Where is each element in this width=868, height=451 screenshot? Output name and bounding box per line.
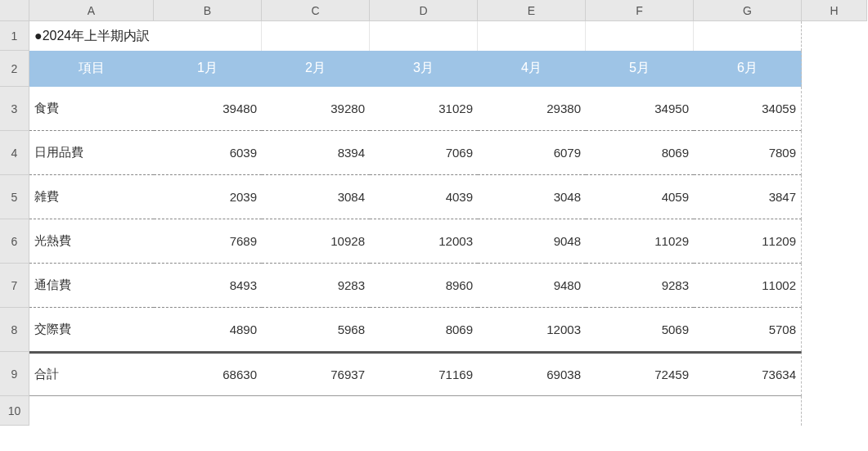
row-header-4[interactable]: 4 — [0, 131, 29, 175]
cell-value[interactable]: 8960 — [370, 264, 478, 308]
cell-value[interactable]: 5708 — [694, 308, 802, 352]
cell-value[interactable]: 12003 — [478, 308, 586, 352]
cell-E1[interactable] — [478, 21, 586, 51]
cell-value[interactable]: 6079 — [478, 131, 586, 175]
row-header-2[interactable]: 2 — [0, 51, 29, 87]
cell-C1[interactable] — [262, 21, 370, 51]
row-label[interactable]: 光熱費 — [29, 219, 154, 264]
cell-value[interactable]: 9283 — [262, 264, 370, 308]
cell-value[interactable]: 5968 — [262, 308, 370, 352]
cell-H3[interactable] — [802, 87, 867, 131]
table-header-jan[interactable]: 1月 — [154, 51, 262, 87]
cell-D10[interactable] — [370, 396, 478, 426]
row-header-1[interactable]: 1 — [0, 21, 29, 51]
cell-value[interactable]: 8493 — [154, 264, 262, 308]
col-header-E[interactable]: E — [478, 0, 586, 21]
cell-H9[interactable] — [802, 352, 867, 396]
cell-value[interactable]: 29380 — [478, 87, 586, 131]
row-header-5[interactable]: 5 — [0, 175, 29, 219]
cell-value[interactable]: 7689 — [154, 219, 262, 264]
table-header-jun[interactable]: 6月 — [694, 51, 802, 87]
col-header-A[interactable]: A — [29, 0, 154, 21]
cell-H4[interactable] — [802, 131, 867, 175]
cell-H10[interactable] — [802, 396, 867, 426]
cell-value[interactable]: 8394 — [262, 131, 370, 175]
total-value[interactable]: 68630 — [154, 352, 262, 396]
total-value[interactable]: 69038 — [478, 352, 586, 396]
col-header-G[interactable]: G — [694, 0, 802, 21]
cell-value[interactable]: 39280 — [262, 87, 370, 131]
cell-D1[interactable] — [370, 21, 478, 51]
row-label[interactable]: 食費 — [29, 87, 154, 131]
corner-cell[interactable] — [0, 0, 29, 21]
total-value[interactable]: 76937 — [262, 352, 370, 396]
cell-A10[interactable] — [29, 396, 154, 426]
table-header-feb[interactable]: 2月 — [262, 51, 370, 87]
row-label[interactable]: 交際費 — [29, 308, 154, 352]
cell-value[interactable]: 9283 — [586, 264, 694, 308]
title-cell[interactable]: ●2024年上半期内訳 — [29, 21, 262, 51]
col-header-C[interactable]: C — [262, 0, 370, 21]
col-header-D[interactable]: D — [370, 0, 478, 21]
total-value[interactable]: 72459 — [586, 352, 694, 396]
cell-value[interactable]: 9480 — [478, 264, 586, 308]
total-value[interactable]: 71169 — [370, 352, 478, 396]
cell-C10[interactable] — [262, 396, 370, 426]
cell-H8[interactable] — [802, 308, 867, 352]
cell-value[interactable]: 8069 — [370, 308, 478, 352]
col-header-B[interactable]: B — [154, 0, 262, 21]
cell-H2[interactable] — [802, 51, 867, 87]
cell-value[interactable]: 3847 — [694, 175, 802, 219]
cell-value[interactable]: 11209 — [694, 219, 802, 264]
cell-value[interactable]: 3084 — [262, 175, 370, 219]
cell-value[interactable]: 4039 — [370, 175, 478, 219]
cell-value[interactable]: 7809 — [694, 131, 802, 175]
row-header-8[interactable]: 8 — [0, 308, 29, 352]
cell-H1[interactable] — [802, 21, 867, 51]
cell-F1[interactable] — [586, 21, 694, 51]
cell-value[interactable]: 2039 — [154, 175, 262, 219]
cell-value[interactable]: 5069 — [586, 308, 694, 352]
cell-value[interactable]: 10928 — [262, 219, 370, 264]
cell-value[interactable]: 34059 — [694, 87, 802, 131]
col-header-F[interactable]: F — [586, 0, 694, 21]
cell-value[interactable]: 39480 — [154, 87, 262, 131]
cell-value[interactable]: 11029 — [586, 219, 694, 264]
cell-value[interactable]: 4059 — [586, 175, 694, 219]
row-header-7[interactable]: 7 — [0, 264, 29, 308]
cell-value[interactable]: 7069 — [370, 131, 478, 175]
table-header-may[interactable]: 5月 — [586, 51, 694, 87]
row-header-3[interactable]: 3 — [0, 87, 29, 131]
cell-F10[interactable] — [586, 396, 694, 426]
cell-value[interactable]: 3048 — [478, 175, 586, 219]
row-header-6[interactable]: 6 — [0, 219, 29, 264]
row-label[interactable]: 雑費 — [29, 175, 154, 219]
table-header-apr[interactable]: 4月 — [478, 51, 586, 87]
row-header-10[interactable]: 10 — [0, 396, 29, 426]
cell-E10[interactable] — [478, 396, 586, 426]
row-label[interactable]: 日用品費 — [29, 131, 154, 175]
cell-value[interactable]: 9048 — [478, 219, 586, 264]
cell-G10[interactable] — [694, 396, 802, 426]
col-header-H[interactable]: H — [802, 0, 867, 21]
spreadsheet-grid: A B C D E F G H 1 ●2024年上半期内訳 2 項目 1月 2月… — [0, 0, 868, 426]
cell-G1[interactable] — [694, 21, 802, 51]
cell-value[interactable]: 34950 — [586, 87, 694, 131]
total-label[interactable]: 合計 — [29, 352, 154, 396]
cell-B10[interactable] — [154, 396, 262, 426]
cell-value[interactable]: 11002 — [694, 264, 802, 308]
cell-H6[interactable] — [802, 219, 867, 264]
row-header-9[interactable]: 9 — [0, 352, 29, 396]
cell-value[interactable]: 12003 — [370, 219, 478, 264]
cell-H5[interactable] — [802, 175, 867, 219]
table-header-item[interactable]: 項目 — [29, 51, 154, 87]
cell-value[interactable]: 4890 — [154, 308, 262, 352]
row-label[interactable]: 通信費 — [29, 264, 154, 308]
total-value[interactable]: 73634 — [694, 352, 802, 396]
cell-H7[interactable] — [802, 264, 867, 308]
cell-value[interactable]: 6039 — [154, 131, 262, 175]
cell-value[interactable]: 31029 — [370, 87, 478, 131]
table-header-mar[interactable]: 3月 — [370, 51, 478, 87]
cell-value[interactable]: 8069 — [586, 131, 694, 175]
